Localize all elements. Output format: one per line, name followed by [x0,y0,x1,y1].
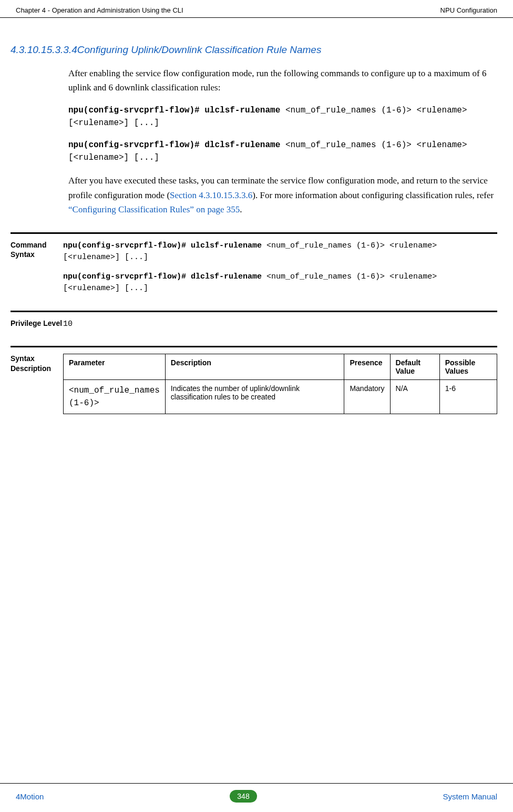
syntax-description-label: Syntax Description [11,354,63,414]
cmd2-bold: npu(config-srvcprfl-flow)# dlclsf-rulena… [68,140,285,150]
th-presence: Presence [344,354,390,380]
privilege-block: Privilege Level 10 [11,311,497,331]
td-parameter: <num_of_rule_names (1-6)> [64,380,166,414]
section-title: Configuring Uplink/Downlink Classificati… [77,44,322,55]
td-presence: Mandatory [344,380,390,414]
header-right: NPU Configuration [440,6,497,14]
syntax-description-block: Syntax Description Parameter Description… [11,346,497,414]
table-row: <num_of_rule_names (1-6)> Indicates the … [64,380,497,414]
page-link[interactable]: “Configuring Classification Rules” on pa… [68,204,240,214]
footer-left: 4Motion [16,792,44,801]
td-possible: 1-6 [439,380,497,414]
after-end: . [240,204,242,214]
cmd-line-1: npu(config-srvcprfl-flow)# ulclsf-rulena… [0,104,513,129]
th-possible: Possible Values [439,354,497,380]
intro-paragraph: After enabling the service flow configur… [0,66,513,95]
page-footer: 4Motion 348 System Manual [0,783,513,803]
cs-line1-bold: npu(config-srvcprfl-flow)# ulclsf-rulena… [63,241,266,250]
syntax-table: Parameter Description Presence Default V… [63,354,497,414]
privilege-label: Privilege Level [11,318,63,331]
td-description: Indicates the number of uplink/downlink … [165,380,344,414]
section-heading: 4.3.10.15.3.3.4Configuring Uplink/Downli… [0,44,513,56]
privilege-value: 10 [63,318,497,331]
th-parameter: Parameter [64,354,166,380]
cmd1-bold: npu(config-srvcprfl-flow)# ulclsf-rulena… [68,106,285,115]
syntax-description-content: Parameter Description Presence Default V… [63,354,497,414]
cs-line2-bold: npu(config-srvcprfl-flow)# dlclsf-rulena… [63,272,266,281]
after-paragraph: After you have executed these tasks, you… [0,173,513,217]
td-default: N/A [390,380,439,414]
th-description: Description [165,354,344,380]
cmd-line-2: npu(config-srvcprfl-flow)# dlclsf-rulena… [0,139,513,164]
table-header-row: Parameter Description Presence Default V… [64,354,497,380]
page-number-badge: 348 [230,790,256,803]
section-number: 4.3.10.15.3.3.4 [11,44,77,55]
command-syntax-label: Command Syntax [11,240,63,295]
command-syntax-block: Command Syntax npu(config-srvcprfl-flow)… [11,232,497,295]
header-left: Chapter 4 - Operation and Administration… [16,6,183,14]
section-link[interactable]: Section 4.3.10.15.3.3.6 [170,190,252,200]
th-default: Default Value [390,354,439,380]
command-syntax-content: npu(config-srvcprfl-flow)# ulclsf-rulena… [63,240,497,295]
page-header: Chapter 4 - Operation and Administration… [0,0,513,18]
footer-right: System Manual [443,792,497,801]
after-mid: ). For more information about configurin… [252,190,494,200]
